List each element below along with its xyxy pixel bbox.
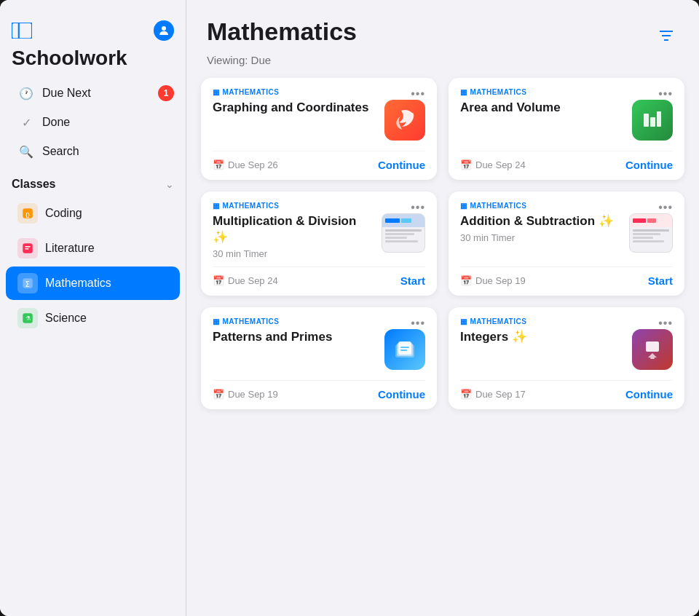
card-top: ▦ MATHEMATICS •••	[460, 88, 673, 100]
svg-rect-6	[25, 246, 31, 248]
card-due: 📅 Due Sep 24	[460, 159, 526, 170]
coding-label: Coding	[45, 207, 82, 220]
card-more-button[interactable]: •••	[411, 317, 425, 329]
sidebar: Schoolwork 🕐 Due Next 1 ✓ Done 🔍 Search …	[0, 0, 186, 616]
viewing-label: Viewing: Due	[186, 54, 699, 78]
swift-app-icon	[384, 100, 425, 141]
sidebar-toggle-button[interactable]	[12, 20, 32, 41]
mathematics-badge-icon: ▦	[460, 88, 467, 96]
card-due: 📅 Due Sep 19	[460, 275, 526, 286]
filter-button[interactable]	[654, 23, 679, 48]
chevron-down-icon[interactable]: ⌄	[165, 178, 174, 190]
classes-title: Classes	[12, 178, 56, 191]
thumbnail-multi	[382, 213, 425, 253]
science-label: Science	[45, 312, 87, 325]
card-footer: 📅 Due Sep 19 Continue	[213, 380, 425, 409]
card-subtitle: 30 min Timer	[213, 248, 373, 259]
svg-marker-24	[648, 353, 657, 358]
card-body: Graphing and Coordinates	[213, 100, 425, 143]
coding-icon: {}	[17, 203, 38, 224]
literature-label: Literature	[45, 242, 95, 255]
svg-rect-17	[657, 111, 661, 127]
sidebar-item-coding[interactable]: {} Coding	[6, 197, 180, 230]
mathematics-badge-icon: ▦	[213, 202, 220, 210]
card-integers: ▦ MATHEMATICS ••• Integers ✨	[449, 307, 684, 409]
card-top: ▦ MATHEMATICS •••	[460, 202, 673, 213]
card-due: 📅 Due Sep 17	[460, 389, 526, 400]
sidebar-nav: 🕐 Due Next 1 ✓ Done 🔍 Search	[0, 79, 186, 166]
checkmark-icon: ✓	[17, 114, 35, 131]
numbers-app-icon	[632, 100, 673, 141]
card-title: Area and Volume	[460, 100, 623, 116]
calendar-icon: 📅	[213, 389, 224, 400]
card-title: Addition & Subtraction ✨	[460, 213, 620, 229]
card-info: Area and Volume	[460, 100, 623, 119]
files-app-icon	[384, 329, 425, 370]
card-footer: 📅 Due Sep 19 Start	[460, 266, 673, 296]
card-continue-button[interactable]: Continue	[625, 388, 673, 400]
mathematics-label: Mathematics	[45, 277, 111, 290]
sidebar-item-literature[interactable]: Literature	[6, 232, 180, 265]
card-footer: 📅 Due Sep 26 Continue	[213, 151, 425, 180]
app-window: Schoolwork 🕐 Due Next 1 ✓ Done 🔍 Search …	[0, 0, 699, 616]
card-info: Patterns and Primes	[213, 329, 376, 348]
sidebar-item-mathematics[interactable]: ∑ Mathematics	[6, 266, 180, 300]
card-top: ▦ MATHEMATICS •••	[213, 88, 425, 100]
done-label: Done	[42, 116, 70, 129]
subject-badge: ▦ MATHEMATICS	[460, 88, 526, 96]
thumbnail-add	[629, 213, 673, 253]
search-icon: 🔍	[17, 143, 35, 160]
card-footer: 📅 Due Sep 17 Continue	[460, 380, 673, 409]
card-continue-button[interactable]: Continue	[625, 159, 673, 171]
card-continue-button[interactable]: Continue	[378, 159, 425, 171]
card-top: ▦ MATHEMATICS •••	[213, 202, 425, 213]
card-more-button[interactable]: •••	[658, 88, 673, 100]
card-due: 📅 Due Sep 24	[213, 275, 278, 286]
due-next-badge: 1	[158, 85, 174, 101]
card-more-button[interactable]: •••	[411, 88, 425, 100]
subject-badge: ▦ MATHEMATICS	[213, 317, 279, 325]
card-more-button[interactable]: •••	[658, 202, 673, 213]
svg-rect-21	[400, 347, 409, 348]
card-due: 📅 Due Sep 19	[213, 389, 278, 400]
calendar-icon: 📅	[213, 275, 224, 286]
sidebar-header	[0, 15, 186, 44]
calendar-icon: 📅	[213, 159, 224, 170]
main-header: Mathematics	[186, 0, 699, 54]
mathematics-badge-icon: ▦	[213, 88, 220, 96]
card-start-button[interactable]: Start	[400, 275, 425, 287]
card-info: Multiplication & Division ✨ 30 min Timer	[213, 213, 373, 259]
science-icon: ⚗	[17, 308, 38, 328]
card-start-button[interactable]: Start	[648, 275, 673, 287]
card-title: Integers ✨	[460, 329, 623, 345]
sidebar-item-search[interactable]: 🔍 Search	[6, 137, 180, 166]
svg-text:∑: ∑	[25, 280, 30, 287]
card-top: ▦ MATHEMATICS •••	[460, 317, 673, 329]
sidebar-item-done[interactable]: ✓ Done	[6, 108, 180, 137]
search-label: Search	[42, 145, 79, 158]
user-avatar[interactable]	[154, 20, 174, 41]
clock-icon: 🕐	[17, 84, 35, 102]
card-continue-button[interactable]: Continue	[378, 388, 425, 400]
svg-text:{}: {}	[25, 211, 30, 218]
card-graphing: ▦ MATHEMATICS ••• Graphing and Coordinat…	[201, 78, 437, 180]
svg-rect-22	[400, 350, 407, 351]
card-more-button[interactable]: •••	[658, 317, 673, 329]
svg-rect-15	[644, 114, 649, 127]
card-title: Patterns and Primes	[213, 329, 376, 345]
card-top: ▦ MATHEMATICS •••	[213, 317, 425, 329]
card-body: Patterns and Primes	[213, 329, 425, 373]
card-footer: 📅 Due Sep 24 Start	[213, 266, 425, 296]
sidebar-item-due-next[interactable]: 🕐 Due Next 1	[6, 79, 180, 108]
card-more-button[interactable]: •••	[411, 202, 425, 213]
mathematics-icon: ∑	[17, 273, 38, 293]
card-info: Graphing and Coordinates	[213, 100, 376, 119]
sidebar-item-science[interactable]: ⚗ Science	[6, 301, 180, 335]
literature-icon	[17, 238, 38, 258]
card-title: Multiplication & Division ✨	[213, 213, 373, 245]
svg-rect-16	[650, 117, 655, 127]
svg-point-2	[162, 26, 166, 31]
main-content: Mathematics Viewing: Due ▦ MATHEMATICS	[186, 0, 699, 616]
card-body: Integers ✨	[460, 329, 673, 373]
main-title-group: Mathematics	[207, 17, 357, 46]
